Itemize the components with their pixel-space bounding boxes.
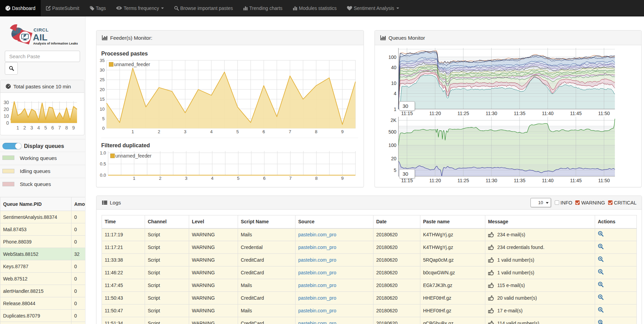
svg-text:5: 5	[44, 125, 47, 130]
svg-text:20: 20	[3, 107, 9, 112]
svg-text:8: 8	[65, 125, 68, 130]
svg-text:2: 2	[23, 125, 26, 130]
svg-text:4: 4	[37, 125, 40, 130]
svg-text:1: 1	[16, 125, 19, 130]
svg-text:6: 6	[51, 125, 54, 130]
svg-text:0: 0	[6, 120, 9, 126]
svg-text:3: 3	[30, 125, 33, 130]
svg-text:10: 10	[3, 113, 9, 119]
svg-text:7: 7	[58, 125, 61, 130]
svg-text:9: 9	[72, 125, 75, 130]
svg-text:30: 30	[3, 100, 9, 105]
